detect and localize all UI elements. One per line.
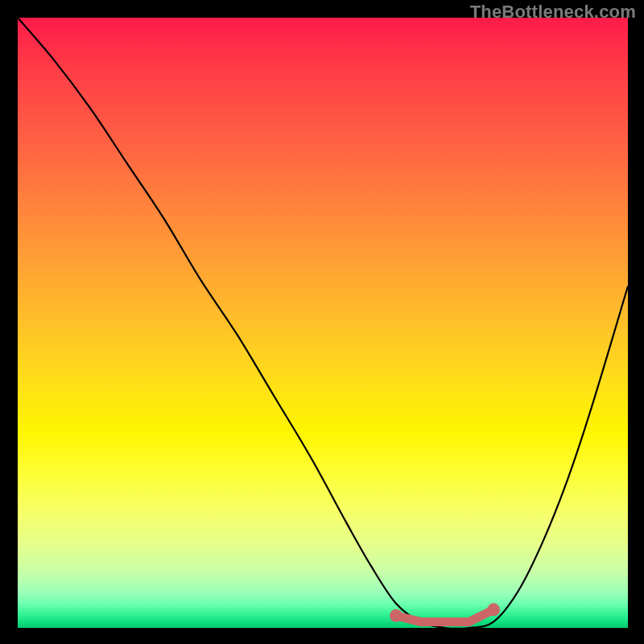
chart-canvas: TheBottleneck.com bbox=[0, 0, 644, 644]
marker-endpoint bbox=[487, 603, 500, 616]
marker-endpoint bbox=[390, 609, 402, 622]
curve-layer bbox=[18, 18, 628, 628]
optimal-band-marker bbox=[396, 609, 493, 621]
attribution-text: TheBottleneck.com bbox=[470, 2, 636, 23]
plot-area bbox=[18, 18, 628, 628]
bottleneck-curve bbox=[18, 18, 628, 628]
